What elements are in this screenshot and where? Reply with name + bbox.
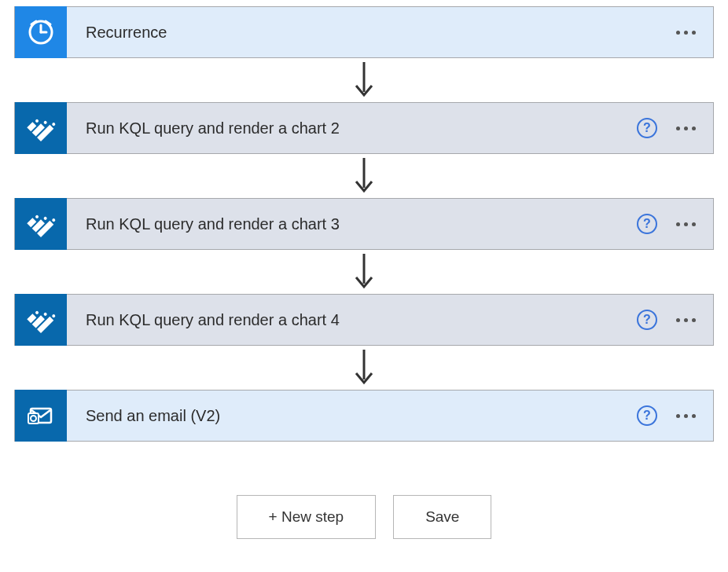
step-title: Send an email (V2): [67, 407, 637, 425]
more-icon[interactable]: [675, 26, 697, 39]
save-button[interactable]: Save: [393, 495, 491, 539]
clock-icon: [15, 6, 67, 58]
svg-point-25: [51, 314, 56, 318]
step-recurrence[interactable]: Recurrence: [14, 6, 714, 58]
arrow-connector: [14, 250, 714, 294]
help-icon[interactable]: ?: [637, 310, 657, 330]
step-kql-4[interactable]: Run KQL query and render a chart 4 ?: [14, 294, 714, 346]
email-icon: [15, 390, 67, 442]
step-actions: [675, 26, 713, 39]
more-icon[interactable]: [675, 218, 697, 231]
kql-icon: [15, 198, 67, 250]
bottom-toolbar: + New step Save: [14, 495, 714, 539]
step-actions: ?: [637, 118, 713, 138]
svg-point-10: [43, 120, 48, 125]
step-kql-2[interactable]: Run KQL query and render a chart 2 ?: [14, 102, 714, 154]
step-actions: ?: [637, 405, 713, 426]
step-title: Run KQL query and render a chart 2: [67, 119, 637, 138]
kql-icon: [15, 102, 67, 154]
more-icon[interactable]: [675, 314, 697, 327]
svg-point-16: [35, 214, 39, 219]
flow-designer: Recurrence Run KQL query and r: [0, 0, 728, 555]
help-icon[interactable]: ?: [637, 405, 657, 426]
svg-rect-28: [28, 413, 39, 424]
more-icon[interactable]: [675, 409, 697, 423]
step-title: Run KQL query and render a chart 4: [67, 311, 637, 329]
step-title: Run KQL query and render a chart 3: [67, 215, 637, 233]
step-kql-3[interactable]: Run KQL query and render a chart 3 ?: [14, 198, 714, 250]
arrow-connector: [14, 346, 714, 390]
svg-point-24: [43, 312, 48, 317]
step-title: Recurrence: [67, 24, 675, 42]
step-actions: ?: [637, 214, 713, 234]
step-send-email[interactable]: Send an email (V2) ?: [14, 390, 714, 442]
svg-point-17: [43, 216, 48, 221]
svg-point-18: [51, 218, 56, 222]
step-actions: ?: [637, 310, 713, 330]
svg-point-23: [35, 310, 39, 315]
kql-icon: [15, 294, 67, 346]
help-icon[interactable]: ?: [637, 118, 657, 138]
arrow-connector: [14, 58, 714, 102]
new-step-button[interactable]: + New step: [237, 495, 377, 539]
help-icon[interactable]: ?: [637, 214, 657, 234]
svg-point-11: [51, 122, 56, 126]
arrow-connector: [14, 154, 714, 198]
more-icon[interactable]: [675, 122, 697, 135]
svg-point-9: [35, 119, 39, 123]
